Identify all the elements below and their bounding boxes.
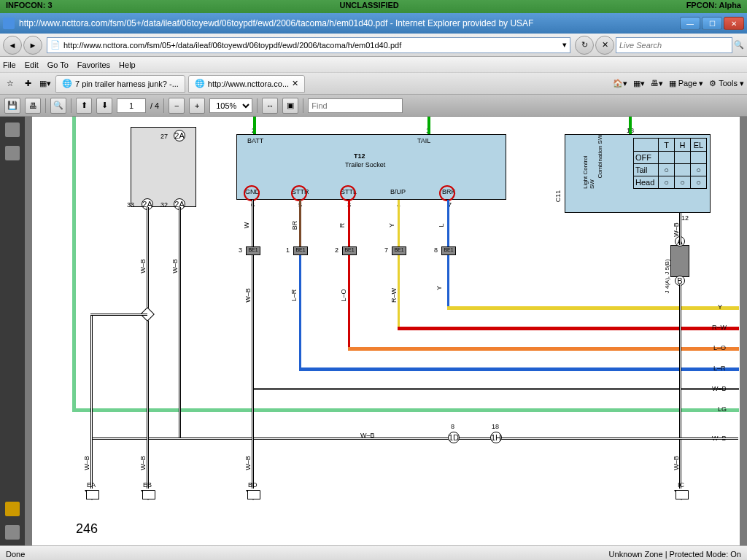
page-total-label: / 4 — [150, 101, 159, 110]
zone-label: Unknown Zone | Protected Mode: On — [609, 550, 741, 559]
menu-goto[interactable]: Go To — [47, 61, 69, 69]
window-titlebar: http://www.ncttora.com/fsm/05+/data/ilea… — [0, 13, 747, 34]
back-button[interactable]: ◄ — [3, 36, 22, 55]
stop-button[interactable]: ✕ — [595, 36, 614, 55]
infocon-label: INFOCON: 3 — [6, 1, 53, 12]
zoom-select[interactable]: 105% — [209, 98, 252, 113]
highlight-sttr — [291, 185, 307, 201]
ground-bd — [246, 490, 260, 500]
window-title: http://www.ncttora.com/fsm/05+/data/ilea… — [19, 18, 680, 28]
pdf-sidebar — [0, 117, 25, 545]
print-icon[interactable]: 🖶▾ — [651, 79, 663, 88]
pdf-page: 2A 2A 2A 33 32 27 T12 Trailer Socket BAT… — [32, 117, 740, 545]
save-icon[interactable]: 💾 — [4, 98, 20, 114]
fit-width-icon[interactable]: ↔ — [262, 98, 278, 114]
close-button[interactable]: ✕ — [724, 17, 744, 30]
forward-button[interactable]: ► — [23, 36, 42, 55]
highlight-gnd — [244, 185, 260, 201]
feeds-icon[interactable]: ▦▾ — [633, 79, 645, 88]
status-bar: Done Unknown Zone | Protected Mode: On — [0, 545, 747, 560]
status-text: Done — [6, 550, 25, 559]
ie-tab-icon: 🌐 — [195, 79, 205, 88]
favorites-list-icon[interactable]: ▦▾ — [38, 77, 53, 91]
bus-wb — [252, 388, 739, 390]
tab-1[interactable]: 🌐 7 pin trailer harness junk? -... — [55, 75, 185, 93]
wire-tail — [427, 117, 430, 134]
tab-bar: ☆ ✚ ▦▾ 🌐 7 pin trailer harness junk? -..… — [0, 73, 747, 95]
ground-ea — [85, 490, 99, 500]
fpcon-label: FPCON: Alpha — [686, 1, 741, 12]
url-dropdown-icon[interactable]: ▾ — [562, 40, 567, 50]
bus-rw — [398, 327, 739, 330]
tools-menu[interactable]: ⚙ Tools ▾ — [709, 79, 744, 88]
be1-8: BE1 — [441, 246, 456, 255]
highlight-sttl — [340, 185, 356, 201]
ie-icon — [3, 18, 15, 29]
bookmarks-panel-icon[interactable] — [5, 146, 20, 160]
nav-toolbar: ◄ ► 📄 http://www.ncttora.com/fsm/05+/dat… — [0, 34, 747, 57]
wire-br — [299, 200, 301, 247]
be1-2: BE1 — [342, 246, 357, 255]
conn-1h: 1H — [490, 432, 502, 443]
menu-help[interactable]: Help — [119, 61, 136, 69]
fit-page-icon[interactable]: ▣ — [282, 98, 298, 114]
search-pdf-icon[interactable]: 🔍 — [50, 98, 66, 114]
search-dropdown-icon[interactable]: 🔍 — [734, 40, 744, 50]
ground-ic — [674, 490, 689, 500]
menu-bar: File Edit Go To Favorites Help — [0, 57, 747, 73]
add-favorite-icon[interactable]: ✚ — [20, 77, 35, 91]
attachments-panel-icon[interactable] — [5, 525, 20, 540]
pdf-viewer[interactable]: 2A 2A 2A 33 32 27 T12 Trailer Socket BAT… — [25, 117, 747, 545]
be1-3: BE1 — [246, 246, 260, 255]
page-number: 246 — [76, 521, 98, 537]
tab-close-icon[interactable]: ✕ — [292, 79, 298, 88]
tab-2[interactable]: 🌐 http://www.ncttora.co... ✕ — [188, 75, 305, 93]
conn-1d: 1D — [448, 432, 460, 443]
refresh-button[interactable]: ↻ — [575, 36, 594, 55]
maximize-button[interactable]: ☐ — [702, 17, 722, 30]
minimize-button[interactable]: — — [680, 17, 700, 30]
bus-y — [447, 306, 739, 310]
bus-lr — [299, 368, 739, 371]
find-input[interactable] — [308, 98, 403, 113]
junction-connector — [670, 245, 689, 277]
wire — [629, 117, 632, 134]
highlight-brk — [439, 185, 455, 201]
comments-panel-icon[interactable] — [5, 502, 20, 516]
ie-tab-icon: 🌐 — [62, 79, 72, 88]
page-number-input[interactable] — [117, 98, 146, 113]
classification-bar: INFOCON: 3 UNCLASSIFIED FPCON: Alpha — [0, 0, 747, 13]
home-icon[interactable]: 🏠▾ — [613, 79, 627, 88]
ground-eb — [141, 490, 155, 500]
bottom-wb-bus — [90, 438, 738, 440]
pdf-toolbar: 💾 🖶 🔍 ⬆ ⬇ / 4 − + 105% ↔ ▣ — [0, 95, 747, 117]
next-page-icon[interactable]: ⬇ — [96, 98, 112, 114]
search-input[interactable] — [616, 37, 732, 53]
wire-w — [252, 200, 254, 247]
favorites-star-icon[interactable]: ☆ — [3, 77, 18, 91]
zoom-in-icon[interactable]: + — [189, 98, 205, 114]
classification-label: UNCLASSIFIED — [339, 1, 398, 12]
bus-lg — [72, 408, 739, 412]
page-menu[interactable]: ▦ Page ▾ — [669, 79, 704, 88]
be1-7: BE1 — [392, 246, 406, 255]
wire-l — [447, 200, 449, 247]
pages-panel-icon[interactable] — [5, 122, 20, 137]
zoom-out-icon[interactable]: − — [169, 98, 185, 114]
wire-batt — [253, 117, 256, 134]
pin-27: 2A — [174, 130, 185, 141]
menu-edit[interactable]: Edit — [25, 61, 39, 69]
print-pdf-icon[interactable]: 🖶 — [25, 98, 41, 114]
url-input[interactable]: 📄 http://www.ncttora.com/fsm/05+/data/il… — [47, 37, 570, 53]
trailer-socket-box: T12 Trailer Socket — [236, 134, 506, 200]
wire-y — [398, 200, 400, 247]
wire-r — [348, 200, 350, 247]
be1-1: BE1 — [293, 246, 308, 255]
menu-favorites[interactable]: Favorites — [77, 61, 110, 69]
menu-file[interactable]: File — [3, 61, 16, 69]
prev-page-icon[interactable]: ⬆ — [76, 98, 92, 114]
page-icon: 📄 — [50, 40, 61, 50]
